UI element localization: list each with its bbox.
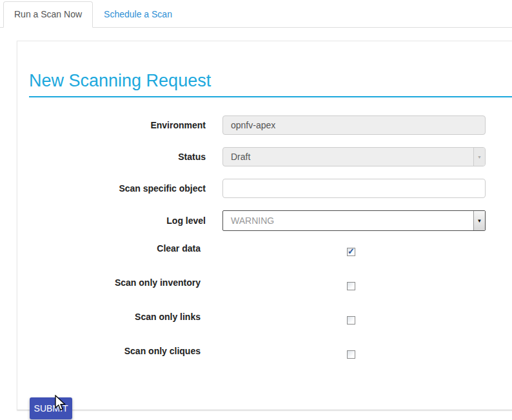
environment-input: [222, 115, 486, 135]
clear-data-row: Clear data ✓: [17, 243, 512, 257]
checkmark-icon: ✓: [348, 246, 355, 256]
page-title: New Scanning Request: [29, 71, 512, 97]
scan-only-cliques-control: ✓: [222, 346, 486, 359]
status-select-value: Draft: [223, 148, 473, 166]
scan-only-links-label: Scan only links: [17, 312, 206, 322]
tab-bar: Run a Scan Now Schedule a Scan: [0, 0, 512, 28]
scan-only-inventory-control: ✓: [222, 277, 486, 290]
scan-specific-object-label: Scan specific object: [17, 183, 206, 194]
tab-schedule-a-scan[interactable]: Schedule a Scan: [93, 1, 183, 28]
scan-only-links-row: Scan only links ✓: [17, 312, 512, 325]
clear-data-control: ✓: [222, 243, 486, 256]
clear-data-checkbox[interactable]: ✓: [347, 248, 355, 256]
scan-specific-object-control: [222, 179, 486, 198]
tab-run-a-scan-now[interactable]: Run a Scan Now: [3, 1, 93, 28]
tab-run-a-scan-now-label: Run a Scan Now: [14, 9, 82, 19]
tab-schedule-a-scan-label: Schedule a Scan: [104, 9, 172, 19]
status-control: Draft ▼: [222, 147, 486, 166]
clear-data-label: Clear data: [17, 243, 206, 254]
environment-label: Environment: [17, 120, 206, 130]
scan-request-form: Environment Status Draft ▼ Scan specific…: [17, 115, 512, 419]
status-select: Draft ▼: [222, 147, 486, 166]
status-row: Status Draft ▼: [17, 147, 512, 166]
environment-control: [222, 115, 486, 135]
submit-button[interactable]: SUBMIT: [30, 397, 72, 419]
scan-specific-object-input[interactable]: [222, 179, 486, 198]
new-scanning-request-panel: New Scanning Request Environment Status …: [17, 41, 512, 410]
log-level-select-value: WARNING: [223, 211, 473, 230]
log-level-row: Log level WARNING ▼: [17, 210, 512, 231]
page: Run a Scan Now Schedule a Scan New Scann…: [0, 0, 512, 420]
chevron-down-icon: ▼: [473, 148, 485, 166]
log-level-control: WARNING ▼: [222, 210, 486, 231]
scan-only-links-control: ✓: [222, 312, 486, 325]
scan-only-inventory-label: Scan only inventory: [17, 277, 206, 288]
chevron-down-icon: ▼: [473, 211, 485, 230]
scan-only-links-checkbox[interactable]: ✓: [347, 316, 355, 325]
environment-row: Environment: [17, 115, 512, 135]
scan-only-inventory-checkbox[interactable]: ✓: [347, 282, 355, 290]
scan-only-cliques-checkbox[interactable]: ✓: [347, 350, 355, 359]
scan-only-inventory-row: Scan only inventory ✓: [17, 277, 512, 291]
status-label: Status: [17, 152, 206, 162]
scan-only-cliques-label: Scan only cliques: [17, 346, 206, 356]
log-level-label: Log level: [17, 215, 206, 226]
scan-only-cliques-row: Scan only cliques ✓: [17, 346, 512, 359]
scan-specific-object-row: Scan specific object: [17, 179, 512, 198]
log-level-select[interactable]: WARNING ▼: [222, 210, 486, 231]
